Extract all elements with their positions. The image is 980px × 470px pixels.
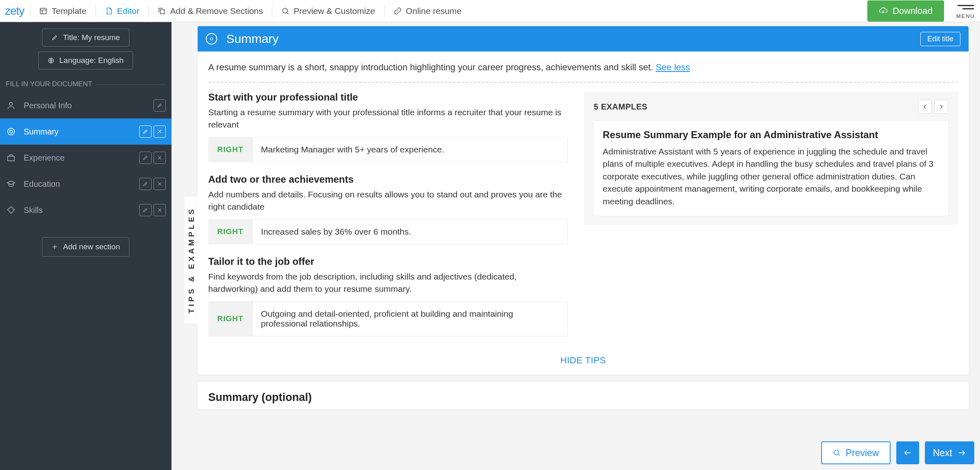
- svg-point-7: [9, 103, 12, 105]
- examples-card: 5 EXAMPLES Resume Summary Example for an…: [584, 92, 958, 224]
- tip-heading: Add two or three achievements: [208, 174, 568, 185]
- language-button[interactable]: Language: English: [38, 51, 133, 69]
- sidebar-item-label: Education: [24, 179, 132, 189]
- logo[interactable]: zety: [5, 4, 29, 18]
- next-label: Next: [933, 448, 952, 459]
- preview-label: Preview: [846, 448, 879, 459]
- sidebar: Title: My resume Language: English FILL …: [0, 22, 172, 470]
- example-box: RIGHT Marketing Manager with 5+ years of…: [208, 137, 568, 162]
- divider: [272, 5, 272, 17]
- delete-button[interactable]: [154, 204, 166, 216]
- delete-button[interactable]: [154, 125, 166, 138]
- svg-point-9: [9, 130, 12, 133]
- tag-icon: [6, 206, 16, 215]
- right-text: Increased sales by 36% over 6 months.: [252, 219, 568, 244]
- search-icon: [281, 7, 290, 15]
- tip-description: Add numbers and details. Focusing on res…: [208, 188, 568, 213]
- right-text: Outgoing and detail-oriented, proficient…: [252, 301, 568, 336]
- sidebar-item-label: Experience: [24, 153, 132, 163]
- add-section-button[interactable]: Add new section: [42, 237, 129, 257]
- tip-description: Starting a resume summary with your prof…: [208, 106, 568, 131]
- example-box: RIGHT Outgoing and detail-oriented, prof…: [208, 301, 568, 336]
- menu-label: MENU: [956, 13, 975, 19]
- tip-2: Add two or three achievements Add number…: [208, 174, 568, 244]
- arrow-right-icon: [957, 448, 966, 457]
- nav-sections[interactable]: Add & Remove Sections: [149, 0, 271, 22]
- person-icon: [6, 101, 16, 110]
- tip-1: Start with your professional title Start…: [208, 92, 568, 162]
- topbar: zety Template Editor Add & Remove Sectio…: [0, 0, 980, 22]
- edit-button[interactable]: [139, 152, 151, 164]
- prev-example-button[interactable]: [918, 100, 932, 114]
- summary-optional-section: Summary (optional): [198, 382, 969, 410]
- hamburger-icon: [958, 3, 974, 11]
- example-title: Resume Summary Example for an Administra…: [603, 129, 939, 141]
- link-icon: [394, 7, 402, 15]
- hide-tips-link[interactable]: HIDE TIPS: [560, 355, 606, 365]
- sidebar-item-label: Personal Info: [24, 101, 146, 110]
- title-button[interactable]: Title: My resume: [42, 29, 129, 47]
- back-button[interactable]: [896, 441, 919, 464]
- edit-button[interactable]: [139, 178, 151, 190]
- svg-point-8: [8, 128, 15, 135]
- divider: [148, 5, 149, 17]
- tip-heading: Tailor it to the job offer: [208, 256, 568, 267]
- right-tag: RIGHT: [208, 306, 252, 331]
- tip-3: Tailor it to the job offer Find keywords…: [208, 256, 568, 336]
- graduation-icon: [6, 179, 16, 188]
- nav-template[interactable]: Template: [31, 0, 94, 22]
- globe-icon: [48, 57, 54, 64]
- edit-button[interactable]: [139, 125, 151, 138]
- panel-header: Summary Edit title: [198, 26, 969, 51]
- preview-button[interactable]: Preview: [821, 441, 891, 464]
- right-text: Marketing Manager with 5+ years of exper…: [252, 137, 568, 162]
- delete-button[interactable]: [154, 178, 166, 190]
- sidebar-item-education[interactable]: Education: [0, 171, 172, 197]
- sidebar-item-personal-info[interactable]: Personal Info: [0, 92, 172, 119]
- download-label: Download: [893, 6, 933, 16]
- divider: [384, 5, 385, 17]
- edit-button[interactable]: [154, 99, 166, 112]
- panel-title: Summary: [226, 32, 911, 46]
- sidebar-item-label: Summary: [24, 127, 132, 137]
- nav-editor[interactable]: Editor: [97, 0, 148, 22]
- target-icon: [206, 33, 217, 45]
- next-button[interactable]: Next: [925, 441, 974, 464]
- sidebar-item-experience[interactable]: Experience: [0, 145, 172, 171]
- title-button-label: Title: My resume: [63, 33, 120, 42]
- intro-text: A resume summary is a short, snappy intr…: [208, 62, 958, 83]
- sidebar-section-header: FILL IN YOUR DOCUMENT: [0, 74, 172, 92]
- nav-online-label: Online resume: [406, 6, 462, 16]
- tip-heading: Start with your professional title: [208, 92, 568, 103]
- section-title: Summary (optional): [208, 391, 958, 404]
- delete-button[interactable]: [154, 152, 166, 164]
- svg-point-22: [834, 450, 839, 455]
- svg-rect-3: [160, 9, 165, 13]
- svg-line-23: [838, 454, 840, 456]
- example-body: Resume Summary Example for an Administra…: [594, 121, 948, 216]
- divider: [96, 5, 96, 17]
- nav-editor-label: Editor: [117, 6, 140, 16]
- nav-preview-label: Preview & Customize: [294, 6, 375, 16]
- menu-button[interactable]: MENU: [956, 3, 975, 19]
- next-example-button[interactable]: [934, 100, 948, 114]
- nav-online-resume[interactable]: Online resume: [385, 0, 470, 22]
- right-tag: RIGHT: [208, 219, 252, 244]
- sidebar-item-summary[interactable]: Summary: [0, 119, 172, 145]
- arrow-left-icon: [903, 448, 912, 457]
- tip-description: Find keywords from the job description, …: [208, 271, 568, 295]
- divider: [30, 5, 30, 17]
- edit-title-button[interactable]: Edit title: [920, 32, 960, 46]
- nav-sections-label: Add & Remove Sections: [170, 6, 263, 16]
- examples-column: 5 EXAMPLES Resume Summary Example for an…: [584, 92, 958, 348]
- sidebar-item-skills[interactable]: Skills: [0, 197, 172, 223]
- see-less-link[interactable]: See less: [656, 62, 690, 72]
- download-button[interactable]: Download: [867, 0, 944, 22]
- examples-count: 5 EXAMPLES: [594, 102, 915, 112]
- plus-icon: [51, 244, 58, 250]
- pencil-icon: [51, 34, 58, 41]
- edit-button[interactable]: [139, 204, 151, 216]
- svg-rect-12: [8, 156, 15, 161]
- nav-preview[interactable]: Preview & Customize: [273, 0, 383, 22]
- right-tag: RIGHT: [208, 137, 252, 162]
